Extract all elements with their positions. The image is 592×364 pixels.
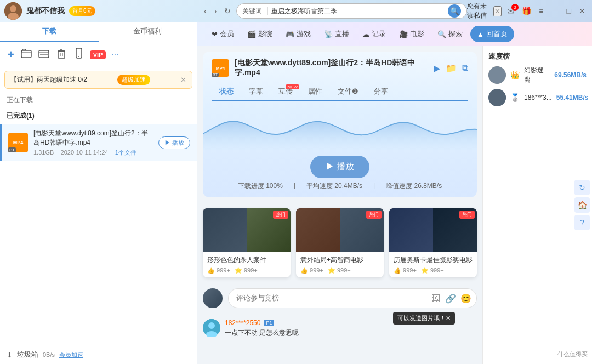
help-side-button[interactable]: ? [574, 215, 590, 230]
search-button[interactable]: 🔍 [448, 4, 461, 18]
content-area: ❤会员 🎬影院 🎮游戏 📡直播 ☁记录 🎥电影 🔍探索 ▲回首页 MP4 BT [197, 22, 592, 364]
cinema-icon: 🎬 [247, 30, 256, 38]
super-speed-button[interactable]: 超级加速 [117, 75, 150, 85]
play-button[interactable]: ▶ 播放 [158, 136, 190, 149]
rec-stats-1: 👍 999+ ⭐ 999+ [207, 267, 286, 274]
search-bar: 关键词 重启之极海听雷第二季 🔍 [236, 3, 467, 19]
minimize-button[interactable]: — [549, 7, 561, 15]
titlebar-left: 鬼都不信我 首月6元 [4, 2, 202, 20]
tab-transfer[interactable]: 互传 NEW [271, 83, 300, 100]
watermark-text: 什么值得买 [557, 350, 588, 359]
sidebar-footer: ⬇ 垃圾箱 0B/s 会员加速 [0, 345, 197, 364]
settings-button[interactable]: ≡ [537, 7, 545, 15]
rec-stats-3: 👍 999+ ⭐ 999+ [394, 267, 473, 274]
search-keyword-label: 关键词 [242, 7, 262, 16]
more-button[interactable]: ··· [110, 49, 119, 61]
mail-button[interactable]: ✉2 [505, 6, 516, 16]
nav-cinema[interactable]: 🎬影院 [242, 26, 278, 42]
maximize-button[interactable]: □ [565, 7, 573, 15]
vip-speed-link[interactable]: 会员加速 [59, 351, 83, 359]
svg-point-11 [488, 66, 506, 84]
tab-subtitle[interactable]: 字幕 [241, 83, 271, 100]
tab-share[interactable]: 分享 [366, 83, 396, 100]
nav-games[interactable]: 🎮游戏 [280, 26, 316, 42]
wave-visualization [203, 106, 477, 150]
nav-member[interactable]: ❤会员 [206, 26, 240, 42]
emoji-icon[interactable]: 😊 [460, 293, 471, 303]
delete-button[interactable] [55, 47, 68, 62]
nav-home[interactable]: ▲回首页 [470, 26, 514, 42]
trial-close-button[interactable]: ✕ [180, 76, 186, 84]
refresh-side-button[interactable]: ↻ [574, 180, 590, 195]
peak-speed: 峰值速度 26.8MB/s [386, 181, 442, 191]
bt-badge: BT [8, 147, 16, 152]
home-side-button[interactable]: 🏠 [574, 197, 590, 213]
titlebar-right: 您有未读私信 ✕ ✉2 🎁 ≡ — □ ✕ [467, 2, 588, 20]
speed-board: 速度榜 👑 幻影迷离 69.56MB/s 🥈 [483, 46, 592, 116]
hot-badge-1: 热门 [273, 211, 288, 219]
close-button[interactable]: ✕ [577, 7, 588, 15]
trial-banner: 【试用】两天超级加速 0/2 超级加速 ✕ [4, 71, 192, 89]
separator2: | [373, 181, 375, 191]
rec-thumb-3: 热门 [389, 208, 477, 252]
new-badge: NEW [286, 84, 299, 89]
explore-icon: 🔍 [437, 30, 446, 38]
home-up-icon: ▲ [477, 30, 484, 38]
new-folder-button[interactable] [20, 47, 33, 62]
rank-icon-1: 👑 [510, 71, 520, 79]
back-button[interactable]: ‹ [202, 5, 209, 16]
rec-card-2[interactable]: 热门 意外结局+高智商电影 👍 999+ ⭐ 999+ [296, 208, 384, 277]
download-schedule-icon: ⬇ [7, 351, 13, 359]
refresh-button[interactable]: ↻ [222, 5, 233, 16]
trash-label: 垃圾箱 [17, 350, 38, 360]
rec-card-3[interactable]: 热门 历届奥斯卡最佳摄影奖电影 👍 999+ ⭐ 999+ [389, 208, 477, 277]
speed-name-2: 186***3... [524, 94, 552, 101]
tab-properties[interactable]: 属性 [300, 83, 330, 100]
notif-close-button[interactable]: ✕ [493, 6, 502, 16]
rec-title-3: 历届奥斯卡最佳摄影奖电影 [394, 255, 473, 265]
speed-avatar-2 [488, 89, 506, 106]
add-button[interactable]: + [7, 47, 15, 62]
file-header-icon: MP4 BT [212, 59, 229, 77]
download-tab[interactable]: 下载 [0, 22, 99, 42]
footer-speed: 0B/s [43, 351, 55, 358]
folder-action-icon[interactable]: 📁 [446, 63, 457, 73]
speed-avatar-1 [488, 66, 506, 84]
vip-button[interactable]: VIP [90, 50, 106, 59]
tab-status[interactable]: 状态 [212, 83, 241, 101]
nav-records[interactable]: ☁记录 [357, 26, 391, 42]
vip-badge: 首月6元 [69, 6, 95, 16]
file-icon: MP4 BT [8, 133, 28, 152]
sidebar-tabs-header: 下载 金币福利 [0, 22, 197, 42]
content-left: MP4 BT [电影天堂www.dytt89.com]釜山行2：半岛HD韩语中字… [197, 46, 482, 364]
open-folder-button[interactable] [37, 47, 50, 62]
username-label: 鬼都不信我 [26, 6, 65, 16]
file-actions: ▶ 📁 ⧉ [434, 63, 468, 73]
item-info: [电影天堂www.dytt89.com]釜山行2：半岛HD韩语中字.mp4 1.… [33, 129, 153, 157]
speed-item-2: 🥈 186***3... 55.41MB/s [488, 89, 587, 106]
comment-input-wrap: 🖼 🔗 😊 可以发送图片哦！✕ [228, 288, 477, 308]
play-action-icon[interactable]: ▶ [434, 63, 440, 73]
copy-action-icon[interactable]: ⧉ [462, 63, 468, 73]
nav-live[interactable]: 📡直播 [318, 26, 355, 42]
tab-files[interactable]: 文件❶ [330, 83, 366, 100]
svg-point-12 [488, 89, 506, 106]
content-right: 速度榜 👑 幻影迷离 69.56MB/s 🥈 [482, 46, 592, 364]
live-icon: 📡 [324, 30, 333, 38]
game-icon: 🎮 [286, 30, 294, 38]
link-icon[interactable]: 🔗 [445, 293, 456, 303]
comment-username: 182****2550 [225, 319, 260, 327]
comment-text: 一点下不动 是怎么意思呢 [225, 328, 477, 338]
gold-tab[interactable]: 金币福利 [99, 22, 197, 42]
play-big-button[interactable]: ▶ 播放 [310, 156, 369, 178]
rec-card-1[interactable]: 热门 形形色色的杀人案件 👍 999+ ⭐ 999+ [203, 208, 291, 277]
gift-button[interactable]: 🎁 [520, 7, 533, 15]
phone-button[interactable] [72, 47, 86, 62]
image-upload-icon[interactable]: 🖼 [432, 293, 441, 303]
download-item[interactable]: MP4 BT [电影天堂www.dytt89.com]釜山行2：半岛HD韩语中字… [0, 124, 197, 161]
speed-title: 速度榜 [488, 52, 587, 61]
nav-explore[interactable]: 🔍探索 [432, 26, 468, 42]
svg-point-1 [10, 5, 16, 12]
forward-button[interactable]: › [212, 5, 219, 16]
nav-movies[interactable]: 🎥电影 [394, 26, 430, 42]
